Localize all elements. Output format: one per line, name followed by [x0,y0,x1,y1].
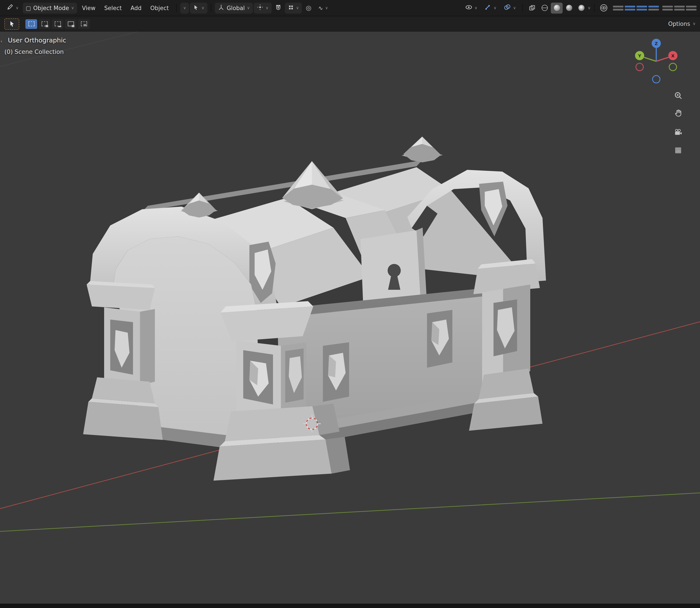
y-axis-line [0,493,700,531]
falloff-curve-icon: ∿ [318,5,323,11]
select-mode-intersect-button[interactable] [78,19,90,29]
separator [176,4,177,12]
pivot-point-dropdown[interactable]: ∨ [254,2,271,13]
select-cursor-icon [8,21,15,27]
header-bars-group-2[interactable] [662,5,697,10]
select-mode-invert-button[interactable] [65,19,77,29]
chevron-down-icon: ∨ [493,6,497,10]
menu-add[interactable]: Add [127,3,145,13]
cursor-tool-dropdown[interactable]: ∨ [190,2,207,13]
tool-settings-bar: Options ∨ [0,17,700,32]
zoom-button[interactable] [671,89,685,102]
snap-points-icon [288,4,294,12]
pivot-icon [257,4,264,12]
hand-icon [674,109,682,117]
magnet-icon [274,4,281,12]
overlays-icon [504,4,511,12]
navigation-gizmo[interactable]: Z X Y [630,35,682,88]
chevron-down-icon: ∨ [247,6,250,10]
gizmo-minus-z-ball [653,76,660,83]
select-mode-group [25,19,90,29]
scene-canvas [0,32,700,604]
select-mode-subtract-button[interactable] [52,19,63,29]
mode-mark-icon [72,25,74,27]
material-sphere-icon [566,5,572,11]
mini-dropdown[interactable]: ∨ [180,2,189,13]
transform-orientation-dropdown[interactable]: Global ∨ [215,2,253,13]
cursor-icon [193,4,199,12]
snap-magnet-toggle[interactable] [272,2,284,13]
proportional-editing-toggle[interactable]: ◎ [303,2,314,13]
magnifier-icon [674,91,682,100]
chevron-down-icon: ∨ [16,6,19,10]
active-tool-button[interactable] [4,18,19,30]
gizmo-minus-x-ball [636,63,643,71]
xray-toggle[interactable] [527,2,538,13]
object-visibility-dropdown[interactable]: ∨ [462,2,480,13]
shading-rendered-button[interactable] [576,2,587,13]
header-bars-group-1[interactable] [613,5,659,10]
gizmo-arrow-icon [484,3,491,12]
pan-hand-button[interactable] [671,106,685,120]
shading-solid-button[interactable] [551,2,563,13]
separator [594,4,595,12]
xray-icon [529,4,536,12]
overlay-visibility-button[interactable] [598,2,609,13]
solid-sphere-icon [554,5,560,11]
mode-label: Object Mode [33,5,69,11]
camera-view-button[interactable] [671,125,685,139]
chevron-down-icon: ∨ [183,6,186,10]
collection-label: (0) Scene Collection [4,48,64,55]
proportional-edit-icon: ◎ [306,5,311,11]
mode-mark-icon [45,25,48,27]
blender-window: ∨ ▢ Object Mode ∨ View Select Add Object… [0,0,700,608]
chevron-down-icon: ∨ [201,6,204,10]
grid-toggle-button[interactable]: ▦ [671,143,685,157]
menu-object[interactable]: Object [147,3,173,13]
separator [523,4,523,12]
editor-type-button[interactable]: ∨ [3,2,22,13]
grid-icon: ▦ [675,146,682,153]
window-edge [0,604,700,608]
wireframe-icon [542,5,548,11]
gizmo-z-label: Z [655,41,658,46]
editor-type-icon [6,3,14,12]
chevron-down-icon: ∨ [266,6,268,10]
shading-wireframe-button[interactable] [539,2,550,13]
separator [211,4,211,12]
viewport-3d[interactable]: ‹ User Orthographic (0) Scene Collection… [0,32,700,604]
axes-icon [218,4,225,12]
sidebar-toggle-arrow[interactable]: ‹ [0,39,2,44]
rendered-sphere-icon [578,5,584,11]
chevron-down-icon: ∨ [296,6,299,10]
options-label: Options [668,21,690,27]
chevron-down-icon: ∨ [693,22,696,26]
falloff-dropdown[interactable]: ∿ ∨ [315,2,331,13]
select-box-icon [28,21,34,26]
view-name-label: User Orthographic [8,37,66,44]
mode-mark-icon [83,24,86,26]
gizmos-toggle-dropdown[interactable]: ∨ [481,2,500,13]
eye-circle-icon [600,4,608,12]
camera-icon [674,128,682,136]
select-mode-new-button[interactable] [25,19,37,29]
gizmo-minus-y-ball [669,63,677,71]
chevron-down-icon: ∨ [474,6,477,10]
mode-select-dropdown[interactable]: ▢ Object Mode ∨ [22,2,77,13]
overlays-toggle-dropdown[interactable]: ∨ [501,2,519,13]
orientation-label: Global [227,5,245,11]
mode-mark-icon [58,25,61,27]
object-mode-icon: ▢ [25,5,31,11]
menu-view[interactable]: View [78,3,99,13]
snap-target-dropdown[interactable]: ∨ [285,2,302,13]
chevron-down-icon: ∨ [513,6,516,10]
options-dropdown[interactable]: Options ∨ [668,21,696,27]
gizmo-x-label: X [671,53,675,58]
select-mode-extend-button[interactable] [39,19,50,29]
shading-material-button[interactable] [563,2,575,13]
menu-select[interactable]: Select [100,3,126,13]
chevron-down-icon: ∨ [588,6,591,10]
viewport-header: ∨ ▢ Object Mode ∨ View Select Add Object… [0,0,700,16]
chevron-down-icon: ∨ [325,6,328,10]
gizmo-y-label: Y [638,53,641,58]
